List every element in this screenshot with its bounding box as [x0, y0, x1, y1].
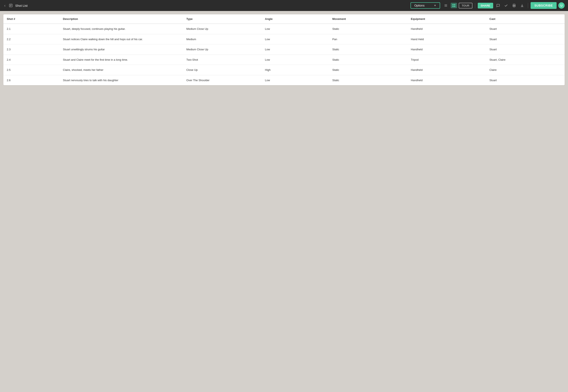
header-shot: Shot #: [3, 14, 60, 24]
cell-description: Claire, shocked, meets her father: [60, 65, 183, 75]
cell-shot: 2.5: [3, 65, 60, 75]
cell-angle: Low: [262, 24, 329, 34]
svg-rect-12: [513, 6, 515, 7]
table-row[interactable]: 2.1Stuart, deeply focused, continues pla…: [3, 24, 565, 34]
shot-list-table: Shot # Description Type Angle Movement E…: [3, 14, 565, 85]
header-type: Type: [183, 14, 262, 24]
share-button[interactable]: SHARE: [478, 3, 493, 8]
cell-equipment: Handheld: [408, 75, 486, 85]
cell-description: Stuart unwittingly strums his guitar: [60, 44, 183, 55]
comment-icon-button[interactable]: [495, 3, 501, 8]
shot-list-table-container: Shot # Description Type Angle Movement E…: [3, 14, 565, 85]
cell-equipment: Handheld: [408, 44, 486, 55]
avatar: U: [558, 2, 565, 9]
cell-cast: Stuart: [486, 75, 565, 85]
cell-cast: Stuart, Claire: [486, 55, 565, 65]
cell-type: Over The Shoulder: [183, 75, 262, 85]
cell-movement: Pan: [329, 34, 408, 44]
table-row[interactable]: 2.4Stuart and Claire meet for the first …: [3, 55, 565, 65]
table-row[interactable]: 2.2Stuart notices Claire walking down th…: [3, 34, 565, 44]
cell-shot: 2.3: [3, 44, 60, 55]
cell-movement: Static: [329, 44, 408, 55]
table-row[interactable]: 2.6Stuart nervously tries to talk with h…: [3, 75, 565, 85]
cell-description: Stuart, deeply focused, continues playin…: [60, 24, 183, 34]
print-icon-button[interactable]: [511, 3, 517, 8]
header-cast: Cast: [486, 14, 565, 24]
back-button[interactable]: ‹: [3, 2, 6, 9]
nav-right-group: TOUR SHARE SUB: [443, 2, 565, 9]
shotlist-icon: [9, 4, 13, 7]
table-row[interactable]: 2.3Stuart unwittingly strums his guitarM…: [3, 44, 565, 55]
table-row[interactable]: 2.5Claire, shocked, meets her fatherClos…: [3, 65, 565, 75]
svg-rect-11: [513, 4, 515, 5]
cell-description: Stuart and Claire meet for the first tim…: [60, 55, 183, 65]
subscribe-button[interactable]: SUBSCRIBE: [531, 2, 557, 9]
page-title: Shot List: [15, 4, 28, 7]
header-equipment: Equipment: [408, 14, 486, 24]
cell-angle: Low: [262, 34, 329, 44]
cell-angle: High: [262, 65, 329, 75]
cell-shot: 2.4: [3, 55, 60, 65]
cell-cast: Claire: [486, 65, 565, 75]
cell-shot: 2.2: [3, 34, 60, 44]
content-area: Shot # Description Type Angle Movement E…: [0, 11, 568, 89]
cell-equipment: Handheld: [408, 65, 486, 75]
chevron-down-icon: ▼: [434, 4, 436, 7]
options-button[interactable]: Options ▼: [411, 2, 440, 9]
cell-type: Medium Close Up: [183, 24, 262, 34]
cell-description: Stuart notices Claire walking down the h…: [60, 34, 183, 44]
cell-movement: Static: [329, 55, 408, 65]
svg-rect-7: [452, 4, 454, 5]
list-view-icon-button[interactable]: [443, 3, 449, 8]
table-header-row: Shot # Description Type Angle Movement E…: [3, 14, 565, 24]
grid-view-icon-button[interactable]: [451, 3, 457, 8]
cell-angle: Low: [262, 55, 329, 65]
header-angle: Angle: [262, 14, 329, 24]
svg-rect-9: [452, 6, 454, 7]
cell-movement: Static: [329, 65, 408, 75]
header-description: Description: [60, 14, 183, 24]
check-icon-button[interactable]: [503, 3, 509, 8]
cell-description: Stuart nervously tries to talk with his …: [60, 75, 183, 85]
cell-type: Close Up: [183, 65, 262, 75]
nav-divider-2: [528, 3, 528, 8]
cell-cast: Stuart: [486, 44, 565, 55]
cell-movement: Static: [329, 75, 408, 85]
cell-cast: Stuart: [486, 34, 565, 44]
nav-divider: [475, 3, 475, 8]
cell-equipment: Handheld: [408, 24, 486, 34]
download-icon-button[interactable]: [519, 3, 525, 8]
cell-angle: Low: [262, 75, 329, 85]
cell-equipment: Hand Held: [408, 34, 486, 44]
cell-type: Two-Shot: [183, 55, 262, 65]
cell-angle: Low: [262, 44, 329, 55]
cell-shot: 2.6: [3, 75, 60, 85]
svg-rect-8: [454, 4, 455, 5]
cell-movement: Static: [329, 24, 408, 34]
tour-button[interactable]: TOUR: [459, 3, 472, 8]
svg-rect-10: [454, 6, 455, 7]
cell-equipment: Tripod: [408, 55, 486, 65]
navbar: ‹ Shot List Options ▼: [0, 0, 568, 11]
cell-type: Medium Close Up: [183, 44, 262, 55]
cell-type: Medium: [183, 34, 262, 44]
header-movement: Movement: [329, 14, 408, 24]
cell-shot: 2.1: [3, 24, 60, 34]
cell-cast: Stuart: [486, 24, 565, 34]
